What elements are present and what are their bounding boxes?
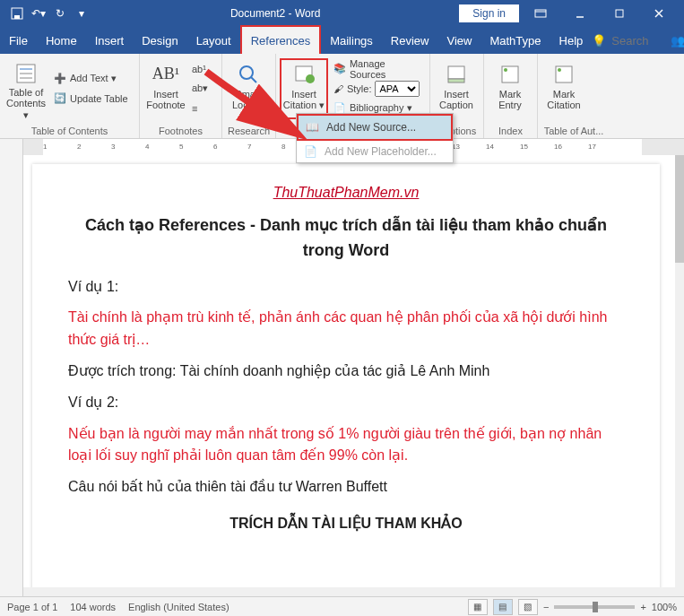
references-heading: TRÍCH DẪN TÀI LIỆU THAM KHẢO [68, 513, 624, 535]
style-icon: 🖌 [333, 83, 343, 94]
mark-citation-button[interactable]: Mark Citation [541, 60, 586, 117]
index-group-label: Index [484, 123, 537, 138]
display-options-icon[interactable] [523, 0, 558, 27]
tab-home[interactable]: Home [37, 27, 86, 54]
read-mode-button[interactable]: ▦ [468, 599, 488, 615]
footnotes-group-label: Footnotes [140, 123, 221, 138]
table-of-contents-button[interactable]: Table of Contents ▾ [4, 60, 48, 117]
signin-button[interactable]: Sign in [459, 4, 519, 22]
tab-layout[interactable]: Layout [187, 27, 240, 54]
window-title: Document2 - Word [91, 7, 459, 20]
document-area[interactable]: ThuThuatPhanMem.vn Cách tạo References -… [23, 155, 675, 596]
zoom-slider[interactable] [554, 605, 635, 609]
zoom-out-button[interactable]: − [543, 602, 549, 612]
vertical-ruler[interactable] [0, 155, 23, 596]
example1-label: Ví dụ 1: [68, 276, 624, 299]
toc-group-label: Table of Contents [0, 123, 139, 138]
horizontal-scrollbar[interactable] [23, 587, 675, 596]
share-icon: 👥 [671, 34, 684, 48]
svg-point-15 [306, 74, 315, 83]
svg-point-21 [558, 68, 561, 72]
tab-design[interactable]: Design [133, 27, 186, 54]
svg-point-19 [504, 68, 507, 72]
insert-footnote-button[interactable]: AB¹ Insert Footnote [143, 60, 188, 117]
tab-help[interactable]: Help [550, 27, 593, 54]
update-table-button[interactable]: 🔄Update Table [52, 90, 130, 108]
tab-mailings[interactable]: Mailings [321, 27, 382, 54]
zoom-thumb[interactable] [593, 602, 598, 612]
statusbar: Page 1 of 1 104 words English (United St… [0, 596, 684, 616]
tab-file[interactable]: File [0, 27, 37, 54]
add-text-button[interactable]: ➕Add Text ▾ [52, 70, 130, 88]
ribbon: Table of Contents ▾ ➕Add Text ▾ 🔄Update … [0, 54, 684, 139]
next-footnote-button[interactable]: ab▾ [190, 80, 210, 98]
insert-endnote-button[interactable]: ab¹ [190, 60, 210, 78]
insert-citation-menu: 📖 Add New Source... 📄 Add New Placeholde… [296, 113, 454, 163]
share-button[interactable]: 👥 Share [662, 27, 684, 54]
maximize-icon[interactable] [602, 0, 637, 27]
document-heading: Cách tạo References - Danh mục trích dẫn… [68, 213, 624, 264]
tell-me-search[interactable]: 💡 [592, 34, 662, 48]
zoom-level[interactable]: 100% [652, 602, 677, 612]
citation-style-select[interactable]: 🖌Style: APA [332, 80, 426, 98]
close-icon[interactable] [641, 0, 677, 27]
show-notes-button[interactable]: ≡ [190, 100, 210, 117]
vertical-scrollbar[interactable] [675, 155, 684, 596]
undo-icon[interactable]: ↶▾ [29, 4, 48, 23]
index-icon [498, 62, 523, 87]
svg-rect-2 [535, 10, 546, 17]
toc-icon [13, 62, 39, 85]
print-layout-button[interactable]: ▤ [493, 599, 513, 615]
watermark-link[interactable]: ThuThuatPhanMem.vn [68, 182, 624, 204]
zoom-in-button[interactable]: + [640, 602, 645, 612]
update-icon: 🔄 [54, 92, 66, 104]
research-group-label: Research [222, 123, 275, 138]
tab-references[interactable]: References [240, 25, 321, 54]
toc-label: Table of Contents ▾ [4, 87, 48, 121]
status-page[interactable]: Page 1 of 1 [7, 602, 57, 612]
example2-text: Nếu bạn là người may mắn nhất trong số 1… [68, 423, 624, 468]
example1-text: Tài chính là phạm trù kinh tế, phản ánh … [68, 307, 624, 351]
mark-entry-button[interactable]: Mark Entry [488, 60, 532, 117]
lookup-icon [236, 62, 261, 87]
svg-rect-5 [616, 10, 623, 17]
tab-review[interactable]: Review [382, 27, 438, 54]
toa-group-label: Table of Aut... [538, 123, 610, 138]
titlebar: ↶▾ ↻ ▾ Document2 - Word Sign in [0, 0, 684, 27]
search-input[interactable] [611, 34, 654, 48]
minimize-icon[interactable] [562, 0, 598, 27]
manage-icon: 📚 [333, 63, 346, 74]
status-language[interactable]: English (United States) [128, 602, 229, 612]
example2-citation: Câu nói bất hủ của thiên tài đầu tư Warr… [68, 476, 624, 499]
tab-insert[interactable]: Insert [86, 27, 134, 54]
svg-point-12 [240, 66, 253, 79]
tab-mathtype[interactable]: MathType [481, 27, 550, 54]
add-new-placeholder-item: 📄 Add New Placeholder... [297, 141, 453, 162]
example1-citation: Được trích trong: Tài chính doanh nghiệp… [68, 360, 624, 383]
footnote-icon: AB¹ [153, 62, 178, 87]
source-icon: 📖 [306, 121, 319, 134]
redo-icon[interactable]: ↻ [50, 4, 70, 23]
manage-sources-button[interactable]: 📚Manage Sources [332, 60, 426, 78]
lightbulb-icon: 💡 [592, 34, 606, 48]
placeholder-icon: 📄 [304, 145, 317, 158]
caption-icon [444, 62, 469, 87]
style-dropdown[interactable]: APA [375, 81, 420, 97]
status-words[interactable]: 104 words [70, 602, 116, 612]
add-new-source-item[interactable]: 📖 Add New Source... [297, 114, 453, 141]
tab-view[interactable]: View [437, 27, 481, 54]
insert-caption-button[interactable]: Insert Caption [434, 60, 479, 117]
smart-lookup-button[interactable]: Smart Lookup [226, 60, 271, 117]
addtext-icon: ➕ [54, 73, 66, 84]
insert-citation-button[interactable]: Insert Citation ▾ [280, 58, 328, 119]
scrollbar-thumb[interactable] [675, 155, 684, 263]
toa-icon [551, 62, 576, 87]
svg-line-13 [251, 77, 256, 82]
svg-rect-16 [448, 66, 464, 79]
svg-rect-1 [14, 15, 20, 19]
menubar: File Home Insert Design Layout Reference… [0, 27, 684, 54]
svg-rect-17 [448, 79, 464, 82]
save-icon[interactable] [7, 4, 27, 23]
qat-customize-icon[interactable]: ▾ [72, 4, 91, 23]
web-layout-button[interactable]: ▧ [518, 599, 538, 615]
